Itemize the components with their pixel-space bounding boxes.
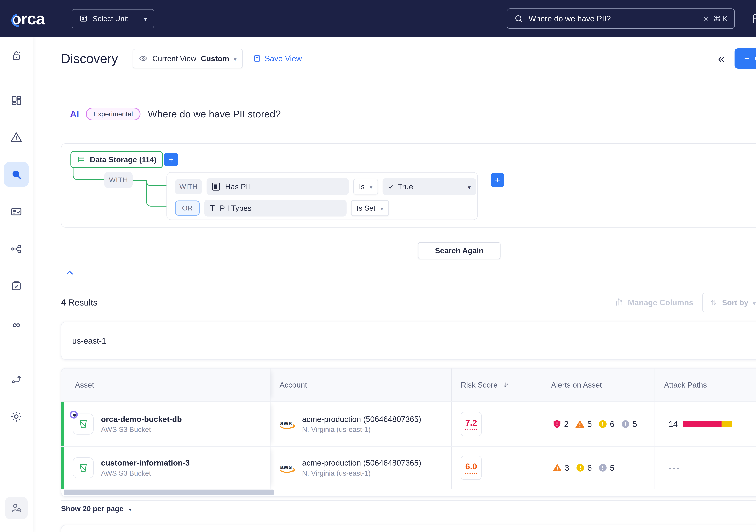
sidebar-item-attack-paths[interactable] — [5, 238, 28, 260]
field-selector[interactable]: PII Types — [204, 200, 346, 216]
sidebar-item-discovery[interactable] — [4, 162, 29, 187]
column-header-alerts[interactable]: Alerts on Asset — [542, 368, 655, 401]
or-connector-chip[interactable]: OR — [175, 200, 200, 216]
select-unit-dropdown[interactable]: Select Unit — [72, 9, 154, 28]
condition-group: WITH Has PII Is True OR — [167, 172, 478, 220]
search-input[interactable] — [528, 14, 698, 23]
flag-icon[interactable] — [751, 13, 756, 24]
results-count: 4 Results — [61, 297, 97, 308]
risk-score-cell: 6.0 — [451, 447, 542, 489]
circle-medium-icon — [598, 419, 608, 429]
ai-found-badge — [70, 411, 78, 418]
clear-search-icon[interactable]: × — [703, 14, 708, 24]
sort-by-dropdown[interactable]: Sort by — [702, 293, 756, 312]
user-key-icon — [10, 501, 23, 515]
operator-dropdown[interactable]: Is — [353, 179, 378, 195]
infinity-icon: ∞ — [13, 318, 20, 331]
gear-icon — [10, 410, 23, 423]
operator-label: Is Set — [357, 204, 375, 212]
sidebar-item-alerts[interactable] — [5, 126, 28, 148]
current-view-dropdown[interactable]: Current View Custom — [133, 49, 243, 68]
lock-icon — [10, 50, 22, 62]
low-alerts[interactable]: 5 — [621, 419, 637, 429]
svg-text:aws: aws — [280, 419, 292, 426]
sidebar-item-dashboards[interactable] — [5, 89, 28, 112]
global-search[interactable]: × ⌘ K — [507, 9, 735, 29]
sidebar-item-integrations[interactable] — [5, 368, 28, 391]
topbar-icons — [751, 13, 756, 25]
sidebar-item-shift-left[interactable]: ∞ — [5, 313, 28, 336]
circle-low-icon — [621, 419, 630, 429]
attack-paths-count[interactable]: 14 — [669, 419, 678, 429]
medium-alerts[interactable]: 6 — [576, 463, 592, 473]
sidebar: ∞ — [0, 37, 33, 532]
shield-critical-icon — [552, 419, 562, 429]
section-divider — [37, 251, 756, 251]
asset-type-label: Data Storage — [90, 155, 137, 164]
sidebar-item-settings[interactable] — [5, 405, 28, 428]
alerts-cell: 2 5 6 5 — [542, 402, 655, 446]
manage-columns-button[interactable]: Manage Columns — [614, 298, 693, 307]
create-button[interactable]: Create — [735, 48, 756, 68]
chevron-down-icon — [144, 14, 147, 23]
condition-row: WITH Has PII Is True — [175, 178, 476, 195]
eye-icon — [139, 54, 148, 63]
collapse-panel-icon[interactable]: « — [718, 52, 724, 65]
chevron-down-icon — [468, 182, 471, 191]
asset-name[interactable]: customer-information-3 — [101, 458, 190, 467]
asset-type-chip[interactable]: Data Storage (114) — [70, 151, 163, 168]
medium-alerts[interactable]: 6 — [598, 419, 614, 429]
table-row[interactable]: customer-information-3 AWS S3 Bucket aws… — [61, 446, 756, 489]
per-page-label[interactable]: Show 20 per page — [61, 504, 123, 513]
orca-logo[interactable]: orca — [11, 9, 45, 28]
next-group-card[interactable] — [61, 525, 756, 532]
operator-dropdown[interactable]: Is Set — [351, 200, 389, 216]
scrollbar-thumb[interactable] — [64, 490, 274, 495]
connector-line — [133, 180, 146, 181]
current-view-label: Current View — [152, 54, 197, 63]
high-alerts[interactable]: 5 — [575, 419, 592, 429]
group-header-row[interactable]: us-east-1 2Items — [61, 322, 756, 360]
low-alerts[interactable]: 5 — [598, 463, 614, 473]
account-name[interactable]: acme-production (506464807365) — [302, 415, 421, 424]
asset-cell: orca-demo-bucket-db AWS S3 Bucket — [61, 402, 270, 446]
column-header-asset[interactable]: Asset — [61, 368, 270, 401]
table-icon — [77, 155, 85, 164]
row-status-indicator — [61, 447, 64, 489]
value-dropdown[interactable]: True — [383, 178, 476, 195]
column-header-account[interactable]: Account — [271, 368, 451, 401]
risk-score-badge[interactable]: 6.0 — [461, 456, 482, 480]
dashboard-icon — [10, 94, 22, 107]
high-alerts[interactable]: 3 — [552, 463, 569, 473]
query-builder: Data Storage (114) WITH WITH Has PII Is — [61, 143, 756, 228]
column-header-attack-paths[interactable]: Attack Paths — [655, 368, 756, 401]
triangle-high-icon — [552, 463, 562, 473]
sort-arrows-icon — [710, 298, 717, 306]
search-again-button[interactable]: Search Again — [418, 242, 500, 259]
collapse-results-button[interactable] — [62, 265, 77, 281]
field-selector[interactable]: Has PII — [206, 178, 349, 195]
column-header-risk-score[interactable]: Risk Score — [451, 368, 542, 401]
with-connector-chip: WITH — [104, 172, 133, 188]
table-row[interactable]: orca-demo-bucket-db AWS S3 Bucket aws ac… — [61, 401, 756, 446]
manage-columns-label: Manage Columns — [628, 298, 693, 307]
sidebar-item-security[interactable] — [5, 44, 28, 67]
sidebar-item-user-access[interactable] — [5, 497, 28, 519]
circle-low-icon — [598, 463, 608, 473]
asset-name[interactable]: orca-demo-bucket-db — [101, 415, 182, 424]
chevron-down-icon — [753, 298, 756, 307]
save-view-button[interactable]: Save View — [253, 54, 302, 63]
add-condition-button[interactable] — [164, 153, 178, 166]
critical-alerts[interactable]: 2 — [552, 419, 569, 429]
account-name[interactable]: acme-production (506464807365) — [302, 458, 421, 467]
chevron-down-icon[interactable] — [128, 504, 132, 513]
sidebar-item-compliance[interactable] — [5, 275, 28, 297]
results-bar: 4 Results Manage Columns Sort by Grouped… — [61, 286, 756, 319]
risk-score-badge[interactable]: 7.2 — [461, 412, 482, 436]
connector-line — [73, 168, 104, 180]
sidebar-item-inventory[interactable] — [5, 200, 28, 223]
horizontal-scrollbar[interactable] — [61, 488, 756, 496]
add-group-condition-button[interactable] — [491, 173, 504, 187]
operator-label: Is — [359, 182, 364, 191]
risk-score-value: 7.2 — [465, 418, 477, 430]
